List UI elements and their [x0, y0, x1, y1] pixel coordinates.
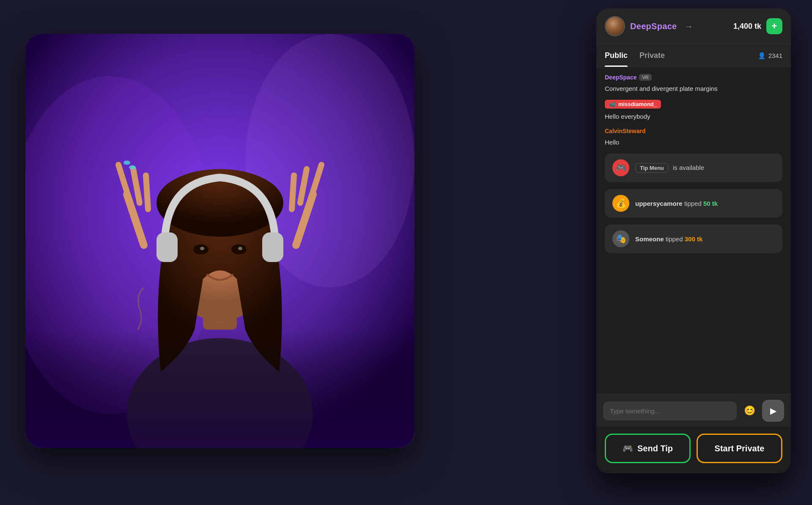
anon-tip-text: Someone tipped 300 tk: [635, 235, 702, 243]
svg-point-12: [238, 247, 242, 250]
msg-username: CalvinSteward: [605, 128, 645, 134]
send-tip-icon: 🎮: [623, 443, 633, 453]
svg-rect-23: [25, 330, 414, 448]
chat-messages: DeepSpace VR Convergent and divergent pl…: [596, 67, 791, 394]
video-card: [25, 34, 414, 448]
send-message-button[interactable]: ▶: [762, 400, 784, 422]
start-private-label: Start Private: [715, 444, 765, 453]
tip-icon: 💰: [612, 195, 629, 212]
token-count: 1,400 tk: [733, 22, 761, 31]
viewer-icon: 👤: [758, 52, 766, 60]
svg-point-21: [123, 161, 130, 165]
tabs-bar: Public Private 👤 2341: [596, 44, 791, 67]
vr-badge: VR: [639, 74, 651, 81]
msg-username: missdiamond_: [618, 101, 657, 107]
svg-rect-8: [262, 232, 283, 262]
tip-menu-icon: 🎮: [612, 159, 629, 176]
username-display: DeepSpace: [630, 22, 677, 31]
bottom-buttons: 🎮 Send Tip Start Private: [596, 427, 791, 473]
list-item: 📹 missdiamond_ Hello everybody: [605, 100, 782, 121]
svg-rect-7: [156, 232, 178, 262]
anon-tip-amount: 300 tk: [685, 235, 703, 243]
chat-input[interactable]: [603, 401, 737, 420]
msg-text: Convergent and divergent plate margins: [605, 84, 782, 93]
tip-menu-badge: Tip Menu: [635, 163, 669, 173]
list-item: CalvinSteward Hello: [605, 128, 782, 147]
svg-point-22: [129, 165, 136, 169]
tipped-label-2: tipped: [666, 235, 685, 243]
tipper-username: uppersycamore: [635, 200, 683, 207]
tab-public[interactable]: Public: [605, 44, 628, 67]
chat-panel: DeepSpace → 1,400 tk + Public Private 👤 …: [596, 8, 791, 473]
msg-text: Hello everybody: [605, 112, 782, 121]
msg-text: Hello: [605, 138, 782, 147]
svg-line-16: [146, 175, 148, 209]
list-item: DeepSpace VR Convergent and divergent pl…: [605, 74, 782, 93]
tip-menu-available-text: is available: [673, 164, 704, 171]
anonymous-tip-icon: 🎭: [612, 230, 629, 247]
send-tip-button[interactable]: 🎮 Send Tip: [605, 434, 691, 463]
broadcaster-badge: 📹 missdiamond_: [605, 100, 661, 109]
tip-menu-notification[interactable]: 🎮 Tip Menu is available: [605, 153, 782, 182]
send-tip-label: Send Tip: [637, 444, 673, 453]
tip-text: uppersycamore tipped 50 tk: [635, 200, 718, 207]
tip-amount: 50 tk: [703, 200, 718, 207]
start-private-button[interactable]: Start Private: [697, 434, 782, 463]
tip-notification-2: 🎭 Someone tipped 300 tk: [605, 224, 782, 253]
tipped-label: tipped: [684, 200, 703, 207]
msg-username: DeepSpace: [605, 74, 636, 81]
svg-point-11: [200, 247, 204, 250]
logout-icon[interactable]: →: [685, 22, 693, 31]
viewer-count: 👤 2341: [758, 52, 782, 60]
add-tokens-button[interactable]: +: [766, 18, 782, 34]
tip-menu-text: Tip Menu is available: [635, 163, 704, 173]
svg-line-20: [292, 175, 294, 209]
panel-header: DeepSpace → 1,400 tk +: [596, 8, 791, 44]
viewer-count-value: 2341: [768, 52, 782, 59]
emoji-button[interactable]: 😊: [741, 402, 758, 419]
chat-input-area: 😊 ▶: [596, 394, 791, 427]
anon-label: Someone: [635, 235, 664, 243]
avatar: [605, 16, 625, 36]
tip-notification-1: 💰 uppersycamore tipped 50 tk: [605, 189, 782, 218]
tab-private[interactable]: Private: [639, 44, 665, 67]
camera-icon: 📹: [609, 101, 616, 107]
